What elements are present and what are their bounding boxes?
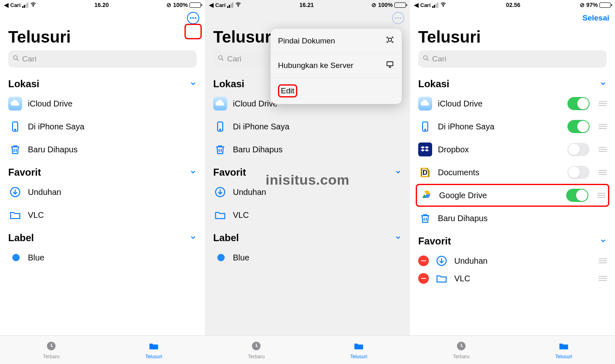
section-favorites-header[interactable]: Favorit (0, 161, 205, 181)
toggle-switch[interactable] (567, 143, 590, 156)
section-labels-header[interactable]: Label (205, 226, 410, 246)
svg-rect-11 (388, 38, 391, 41)
search-icon (217, 54, 225, 64)
rotation-lock-icon: ⊘ (580, 2, 585, 8)
nav-bar (205, 10, 410, 26)
scan-icon (385, 35, 394, 46)
toggle-switch[interactable] (566, 189, 588, 202)
favorite-downloads[interactable]: Unduhan (8, 181, 197, 203)
drag-handle-icon[interactable] (595, 124, 607, 129)
section-locations-label: Lokasi (418, 78, 449, 90)
battery-icon (599, 2, 611, 8)
tab-recents[interactable]: Terbaru (410, 336, 512, 364)
chevron-down-icon (599, 78, 607, 90)
clock-icon (456, 340, 467, 353)
tab-browse[interactable]: Telusuri (308, 336, 410, 364)
svg-point-3 (15, 129, 16, 130)
download-icon (213, 185, 227, 199)
row-label: VLC (233, 210, 402, 220)
location-documents-edit: D Documents (418, 161, 607, 184)
drag-handle-icon[interactable] (595, 170, 607, 175)
search-placeholder: Cari (432, 54, 446, 63)
drag-handle-icon[interactable] (595, 258, 607, 263)
tab-bar: Terbaru Telusuri (410, 335, 615, 364)
screen-3: ◀ Cari 02.56 ⊘ 97% Selesai Telusuri Cari… (410, 0, 615, 364)
section-locations-label: Lokasi (213, 78, 244, 90)
wifi-icon (440, 1, 446, 9)
more-button[interactable] (187, 12, 199, 24)
section-locations-header[interactable]: Lokasi (0, 72, 205, 92)
page-title: Telusuri (410, 26, 615, 50)
svg-point-17 (425, 129, 426, 130)
favorite-downloads[interactable]: Unduhan (213, 181, 402, 203)
section-favorites-header[interactable]: Favorit (205, 161, 410, 181)
folder-icon (213, 208, 227, 222)
toggle-switch[interactable] (567, 166, 590, 179)
download-icon (435, 254, 449, 268)
toggle-switch[interactable] (567, 120, 590, 133)
battery-percent: 97% (586, 2, 598, 8)
svg-point-14 (443, 6, 444, 7)
nav-bar (0, 10, 205, 26)
favorite-vlc[interactable]: VLC (213, 203, 402, 226)
row-label: VLC (28, 210, 197, 220)
status-bar: ◀ Cari 16.21 ⊘ 100% (205, 0, 410, 10)
more-button[interactable] (392, 12, 404, 24)
tab-label: Terbaru (453, 354, 470, 359)
menu-edit[interactable]: Edit (271, 78, 402, 104)
tab-recents[interactable]: Terbaru (205, 336, 308, 364)
svg-point-9 (220, 129, 221, 130)
section-favorites-header[interactable]: Favorit (410, 230, 615, 249)
row-label: Baru Dihapus (438, 214, 607, 223)
chevron-down-icon (189, 232, 197, 244)
label-blue[interactable]: Blue (8, 246, 197, 269)
trash-icon (418, 211, 432, 225)
status-time: 16.21 (299, 2, 314, 8)
menu-label: Pindai Dokumen (278, 36, 335, 45)
drag-handle-icon[interactable] (595, 101, 607, 106)
menu-scan-documents[interactable]: Pindai Dokumen (271, 29, 402, 53)
back-caret-icon: ◀ (4, 2, 9, 8)
row-label: iCloud Drive (28, 99, 197, 109)
tab-browse[interactable]: Telusuri (512, 336, 615, 364)
done-button[interactable]: Selesai (583, 14, 610, 23)
folder-icon (148, 340, 159, 353)
drag-handle-icon[interactable] (594, 193, 606, 198)
section-locations-header[interactable]: Lokasi (410, 72, 615, 92)
menu-connect-server[interactable]: Hubungkan ke Server (271, 53, 402, 78)
tab-recents[interactable]: Terbaru (0, 336, 102, 364)
tab-browse[interactable]: Telusuri (102, 336, 205, 364)
back-app-label[interactable]: Cari (420, 2, 430, 8)
favorite-vlc[interactable]: VLC (8, 203, 197, 226)
location-trash-edit[interactable]: Baru Dihapus (418, 207, 607, 230)
svg-text:D: D (423, 169, 428, 176)
location-trash[interactable]: Baru Dihapus (8, 138, 197, 161)
section-labels-header[interactable]: Label (0, 226, 205, 246)
battery-percent: 100% (378, 2, 393, 8)
label-blue[interactable]: Blue (213, 246, 402, 269)
google-drive-icon (419, 188, 433, 202)
menu-label: Hubungkan ke Server (278, 61, 353, 70)
trash-icon (8, 142, 22, 156)
iphone-icon (418, 120, 432, 133)
row-label: Unduhan (233, 188, 402, 197)
folder-icon (435, 272, 449, 285)
back-app-label[interactable]: Cari (215, 2, 226, 8)
chevron-down-icon (394, 232, 402, 244)
section-favorites-label: Favorit (418, 235, 451, 247)
back-app-label[interactable]: Cari (10, 2, 20, 8)
search-input[interactable]: Cari (8, 50, 197, 68)
location-iphone[interactable]: Di iPhone Saya (8, 115, 197, 138)
drag-handle-icon[interactable] (595, 147, 607, 152)
location-trash[interactable]: Baru Dihapus (213, 138, 402, 161)
location-icloud[interactable]: iCloud Drive (8, 92, 197, 115)
search-input[interactable]: Cari (418, 50, 607, 68)
remove-button[interactable] (418, 255, 429, 266)
remove-button[interactable] (418, 273, 429, 284)
row-label: Unduhan (28, 188, 197, 197)
toggle-switch[interactable] (567, 97, 590, 110)
section-favorites-label: Favorit (213, 167, 246, 178)
section-labels-label: Label (8, 232, 34, 244)
location-iphone[interactable]: Di iPhone Saya (213, 115, 402, 138)
drag-handle-icon[interactable] (595, 276, 607, 281)
